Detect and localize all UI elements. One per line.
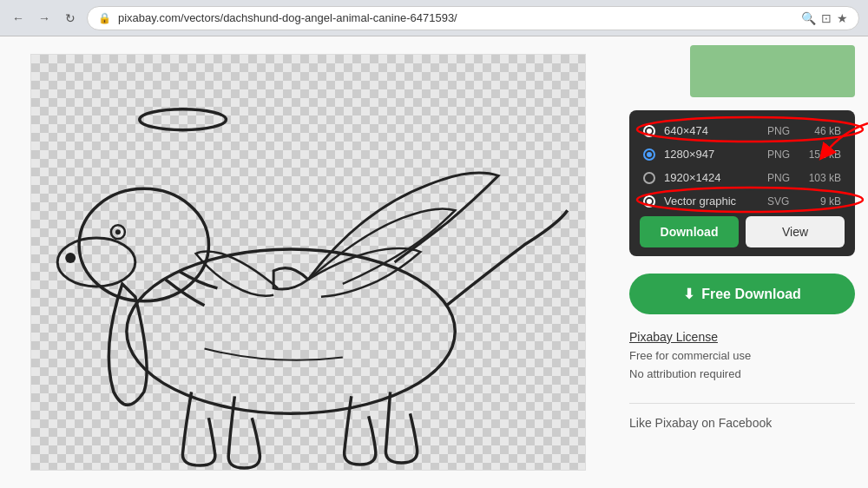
license-section: Pixabay License Free for commercial use … [629,323,855,391]
bookmark-icon[interactable]: ★ [837,11,848,25]
svg-point-4 [65,253,76,263]
dog-illustration [31,55,585,470]
facebook-link[interactable]: Like Pixabay on Facebook [629,416,855,430]
option-1-format: PNG [767,125,798,137]
option-3-size: 103 kB [806,172,841,184]
free-download-button[interactable]: ⬇ Free Download [629,274,855,314]
url-text: pixabay.com/vectors/dachshund-dog-angel-… [118,11,457,24]
download-button[interactable]: Download [640,216,739,247]
radio-1[interactable] [643,125,655,137]
cast-icon[interactable]: ⊡ [821,11,832,25]
option-1-label: 640×474 [664,124,759,137]
download-icon: ⬇ [683,286,694,302]
image-container [30,54,586,471]
option-4-label: Vector graphic [664,195,759,208]
option-4-size: 9 kB [806,195,841,208]
svg-point-2 [79,188,208,300]
option-3-label: 1920×1424 [664,171,759,184]
green-banner [690,45,855,97]
option-4-format: SVG [767,195,798,208]
back-button[interactable]: ← [9,9,28,28]
address-bar[interactable]: 🔒 pixabay.com/vectors/dachshund-dog-ange… [87,6,859,30]
license-link[interactable]: Pixabay License [629,330,855,344]
image-panel [0,36,616,488]
radio-2[interactable] [643,148,655,161]
license-line2: No attribution required [629,366,855,384]
forward-button[interactable]: → [35,9,54,28]
download-option-3[interactable]: 1920×1424 PNG 103 kB [640,166,845,189]
download-option-4[interactable]: Vector graphic SVG 9 kB [640,189,845,213]
divider [629,403,855,404]
option-1-size: 46 kB [806,125,841,137]
browser-chrome: ← → ↻ 🔒 pixabay.com/vectors/dachshund-do… [0,0,868,36]
download-option-2[interactable]: 1280×947 PNG 152 kB [640,142,845,166]
download-dropdown: 640×474 PNG 46 kB 1280×947 PNG 152 kB 19… [629,110,855,256]
right-sidebar: 640×474 PNG 46 kB 1280×947 PNG 152 kB 19… [616,36,868,488]
option-3-format: PNG [767,172,798,184]
page-content: 640×474 PNG 46 kB 1280×947 PNG 152 kB 19… [0,36,868,488]
radio-4[interactable] [643,195,655,208]
refresh-button[interactable]: ↻ [61,9,80,28]
radio-3[interactable] [643,172,655,184]
svg-point-1 [127,249,455,413]
search-icon[interactable]: 🔍 [801,11,816,25]
download-option-1[interactable]: 640×474 PNG 46 kB [640,119,845,142]
free-download-label: Free Download [701,287,801,302]
license-line1: Free for commercial use [629,347,855,366]
svg-point-6 [115,229,121,234]
option-2-format: PNG [767,148,798,161]
option-2-size: 152 kB [806,148,841,161]
lock-icon: 🔒 [98,12,111,24]
btn-row: Download View [640,216,845,247]
view-button[interactable]: View [746,216,845,247]
svg-point-0 [140,109,227,130]
option-2-label: 1280×947 [664,148,759,161]
